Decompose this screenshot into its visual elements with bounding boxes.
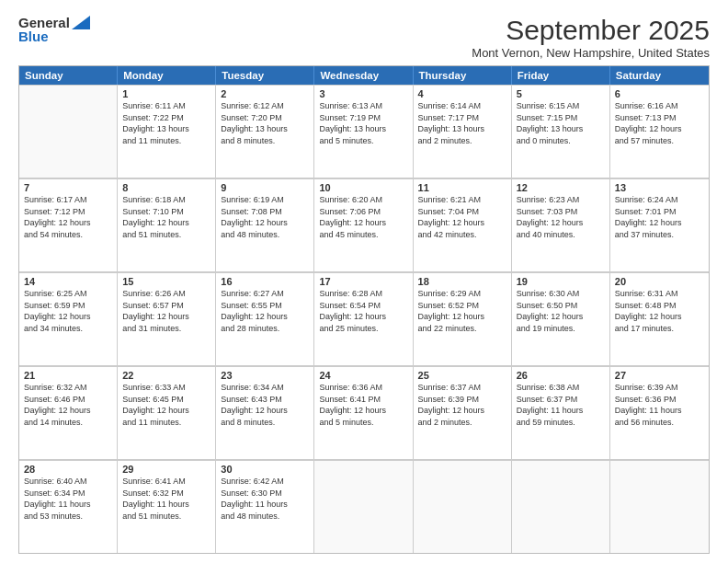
calendar-cell: 5Sunrise: 6:15 AMSunset: 7:15 PMDaylight… — [512, 85, 610, 178]
calendar-cell — [414, 460, 512, 553]
calendar-cell: 27Sunrise: 6:39 AMSunset: 6:36 PMDayligh… — [610, 366, 709, 459]
subtitle: Mont Vernon, New Hampshire, United State… — [472, 46, 710, 60]
calendar-cell: 30Sunrise: 6:42 AMSunset: 6:30 PMDayligh… — [216, 460, 314, 553]
day-number: 25 — [418, 370, 506, 381]
calendar-cell: 9Sunrise: 6:19 AMSunset: 7:08 PMDaylight… — [216, 178, 314, 271]
calendar-cell: 18Sunrise: 6:29 AMSunset: 6:52 PMDayligh… — [414, 272, 512, 365]
calendar-cell: 10Sunrise: 6:20 AMSunset: 7:06 PMDayligh… — [314, 178, 413, 271]
day-number: 20 — [615, 276, 704, 287]
calendar-cell: 12Sunrise: 6:23 AMSunset: 7:03 PMDayligh… — [512, 178, 610, 271]
cell-info: Sunrise: 6:25 AMSunset: 6:59 PMDaylight:… — [24, 288, 112, 334]
day-number: 26 — [517, 370, 605, 381]
day-number: 4 — [418, 88, 506, 99]
calendar-cell: 1Sunrise: 6:11 AMSunset: 7:22 PMDaylight… — [118, 85, 216, 178]
cell-info: Sunrise: 6:37 AMSunset: 6:39 PMDaylight:… — [418, 382, 506, 428]
cell-info: Sunrise: 6:11 AMSunset: 7:22 PMDaylight:… — [122, 100, 210, 146]
cell-info: Sunrise: 6:28 AMSunset: 6:54 PMDaylight:… — [319, 288, 407, 334]
cell-info: Sunrise: 6:18 AMSunset: 7:10 PMDaylight:… — [122, 194, 210, 240]
calendar-week-5: 28Sunrise: 6:40 AMSunset: 6:34 PMDayligh… — [19, 460, 709, 553]
header-tuesday: Tuesday — [216, 66, 314, 85]
calendar-cell: 21Sunrise: 6:32 AMSunset: 6:46 PMDayligh… — [19, 366, 118, 459]
cell-info: Sunrise: 6:29 AMSunset: 6:52 PMDaylight:… — [418, 288, 506, 334]
cell-info: Sunrise: 6:14 AMSunset: 7:17 PMDaylight:… — [418, 100, 506, 146]
calendar-cell — [512, 460, 610, 553]
day-number: 24 — [319, 370, 407, 381]
calendar-cell: 26Sunrise: 6:38 AMSunset: 6:37 PMDayligh… — [512, 366, 610, 459]
cell-info: Sunrise: 6:31 AMSunset: 6:48 PMDaylight:… — [615, 288, 704, 334]
day-number: 8 — [122, 182, 210, 193]
cell-info: Sunrise: 6:34 AMSunset: 6:43 PMDaylight:… — [221, 382, 309, 428]
cell-info: Sunrise: 6:30 AMSunset: 6:50 PMDaylight:… — [517, 288, 605, 334]
day-number: 2 — [221, 88, 309, 99]
calendar-cell — [314, 460, 413, 553]
cell-info: Sunrise: 6:19 AMSunset: 7:08 PMDaylight:… — [221, 194, 309, 240]
calendar-cell: 29Sunrise: 6:41 AMSunset: 6:32 PMDayligh… — [118, 460, 216, 553]
calendar-cell — [19, 85, 118, 178]
header-monday: Monday — [118, 66, 216, 85]
calendar-week-1: 1Sunrise: 6:11 AMSunset: 7:22 PMDaylight… — [19, 85, 709, 178]
logo-icon — [72, 16, 90, 29]
day-number: 21 — [24, 370, 112, 381]
calendar-cell: 8Sunrise: 6:18 AMSunset: 7:10 PMDaylight… — [118, 178, 216, 271]
header-wednesday: Wednesday — [314, 66, 413, 85]
day-number: 18 — [418, 276, 506, 287]
header-friday: Friday — [512, 66, 610, 85]
calendar-cell: 4Sunrise: 6:14 AMSunset: 7:17 PMDaylight… — [414, 85, 512, 178]
day-number: 23 — [221, 370, 309, 381]
calendar-cell: 14Sunrise: 6:25 AMSunset: 6:59 PMDayligh… — [19, 272, 118, 365]
cell-info: Sunrise: 6:32 AMSunset: 6:46 PMDaylight:… — [24, 382, 112, 428]
calendar-week-4: 21Sunrise: 6:32 AMSunset: 6:46 PMDayligh… — [19, 366, 709, 460]
cell-info: Sunrise: 6:20 AMSunset: 7:06 PMDaylight:… — [319, 194, 407, 240]
day-number: 17 — [319, 276, 407, 287]
calendar-body: 1Sunrise: 6:11 AMSunset: 7:22 PMDaylight… — [19, 85, 709, 553]
calendar: Sunday Monday Tuesday Wednesday Thursday… — [18, 65, 710, 554]
calendar-cell — [610, 460, 709, 553]
calendar-cell: 17Sunrise: 6:28 AMSunset: 6:54 PMDayligh… — [314, 272, 413, 365]
calendar-cell: 7Sunrise: 6:17 AMSunset: 7:12 PMDaylight… — [19, 178, 118, 271]
cell-info: Sunrise: 6:39 AMSunset: 6:36 PMDaylight:… — [615, 382, 704, 428]
cell-info: Sunrise: 6:41 AMSunset: 6:32 PMDaylight:… — [122, 476, 210, 522]
calendar-cell: 6Sunrise: 6:16 AMSunset: 7:13 PMDaylight… — [610, 85, 709, 178]
cell-info: Sunrise: 6:33 AMSunset: 6:45 PMDaylight:… — [122, 382, 210, 428]
calendar-cell: 11Sunrise: 6:21 AMSunset: 7:04 PMDayligh… — [414, 178, 512, 271]
calendar-header: Sunday Monday Tuesday Wednesday Thursday… — [19, 66, 709, 85]
logo-blue: Blue — [18, 29, 49, 44]
day-number: 15 — [122, 276, 210, 287]
calendar-cell: 19Sunrise: 6:30 AMSunset: 6:50 PMDayligh… — [512, 272, 610, 365]
calendar-cell: 16Sunrise: 6:27 AMSunset: 6:55 PMDayligh… — [216, 272, 314, 365]
day-number: 19 — [517, 276, 605, 287]
cell-info: Sunrise: 6:23 AMSunset: 7:03 PMDaylight:… — [517, 194, 605, 240]
calendar-cell: 25Sunrise: 6:37 AMSunset: 6:39 PMDayligh… — [414, 366, 512, 459]
page: General Blue September 2025 Mont Vernon,… — [0, 0, 728, 563]
cell-info: Sunrise: 6:21 AMSunset: 7:04 PMDaylight:… — [418, 194, 506, 240]
header: General Blue September 2025 Mont Vernon,… — [18, 15, 710, 60]
cell-info: Sunrise: 6:40 AMSunset: 6:34 PMDaylight:… — [24, 476, 112, 522]
cell-info: Sunrise: 6:26 AMSunset: 6:57 PMDaylight:… — [122, 288, 210, 334]
calendar-cell: 20Sunrise: 6:31 AMSunset: 6:48 PMDayligh… — [610, 272, 709, 365]
calendar-week-3: 14Sunrise: 6:25 AMSunset: 6:59 PMDayligh… — [19, 272, 709, 366]
day-number: 5 — [517, 88, 605, 99]
day-number: 27 — [615, 370, 704, 381]
title-block: September 2025 Mont Vernon, New Hampshir… — [472, 15, 710, 60]
day-number: 30 — [221, 464, 309, 475]
calendar-cell: 24Sunrise: 6:36 AMSunset: 6:41 PMDayligh… — [314, 366, 413, 459]
header-sunday: Sunday — [19, 66, 118, 85]
calendar-cell: 15Sunrise: 6:26 AMSunset: 6:57 PMDayligh… — [118, 272, 216, 365]
day-number: 6 — [615, 88, 704, 99]
calendar-cell: 3Sunrise: 6:13 AMSunset: 7:19 PMDaylight… — [314, 85, 413, 178]
calendar-cell: 28Sunrise: 6:40 AMSunset: 6:34 PMDayligh… — [19, 460, 118, 553]
cell-info: Sunrise: 6:15 AMSunset: 7:15 PMDaylight:… — [517, 100, 605, 146]
logo: General Blue — [18, 15, 90, 44]
calendar-week-2: 7Sunrise: 6:17 AMSunset: 7:12 PMDaylight… — [19, 178, 709, 272]
cell-info: Sunrise: 6:36 AMSunset: 6:41 PMDaylight:… — [319, 382, 407, 428]
svg-marker-0 — [72, 16, 90, 29]
day-number: 16 — [221, 276, 309, 287]
month-title: September 2025 — [472, 15, 710, 46]
cell-info: Sunrise: 6:24 AMSunset: 7:01 PMDaylight:… — [615, 194, 704, 240]
day-number: 28 — [24, 464, 112, 475]
cell-info: Sunrise: 6:42 AMSunset: 6:30 PMDaylight:… — [221, 476, 309, 522]
header-thursday: Thursday — [414, 66, 512, 85]
day-number: 9 — [221, 182, 309, 193]
cell-info: Sunrise: 6:16 AMSunset: 7:13 PMDaylight:… — [615, 100, 704, 146]
cell-info: Sunrise: 6:38 AMSunset: 6:37 PMDaylight:… — [517, 382, 605, 428]
